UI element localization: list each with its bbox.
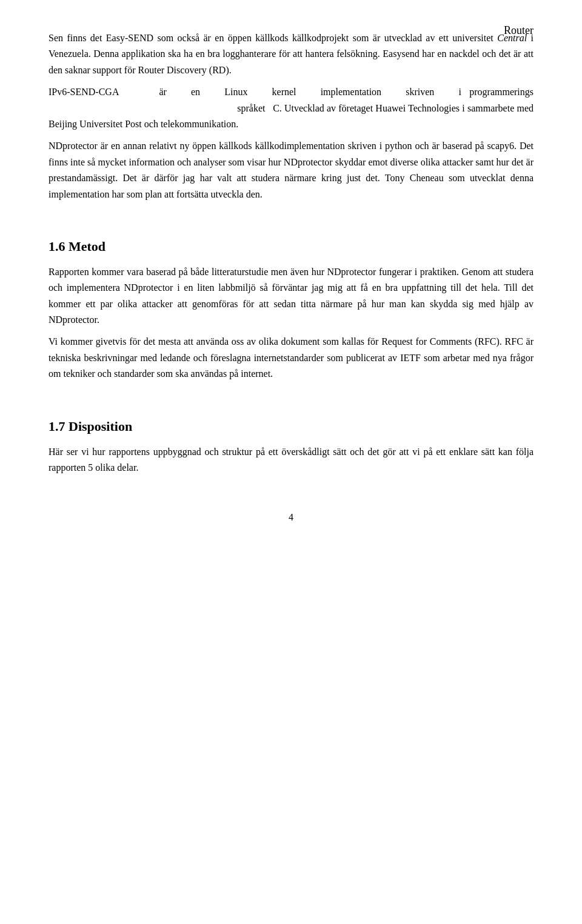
paragraph-1: Sen finns det Easy-SEND som också är en …: [48, 30, 534, 78]
section-17-heading: 1.7 Disposition: [48, 419, 534, 434]
top-right-label: Router: [504, 24, 534, 37]
paragraph-3: NDprotector är en annan relativt ny öppe…: [48, 138, 534, 202]
page: Router Sen finns det Easy-SEND som också…: [0, 0, 582, 924]
section-16-paragraph-2: Vi kommer givetvis för det mesta att anv…: [48, 334, 534, 382]
paragraph-2: IPv6-SEND-CGA är en Linux kernel impleme…: [48, 84, 534, 132]
section-16-heading: 1.6 Metod: [48, 239, 534, 254]
content-area: Sen finns det Easy-SEND som också är en …: [48, 30, 534, 476]
section-16-paragraph-1: Rapporten kommer vara baserad på både li…: [48, 264, 534, 328]
section-17-paragraph-1: Här ser vi hur rapportens uppbyggnad och…: [48, 444, 534, 476]
page-number: 4: [48, 512, 534, 523]
